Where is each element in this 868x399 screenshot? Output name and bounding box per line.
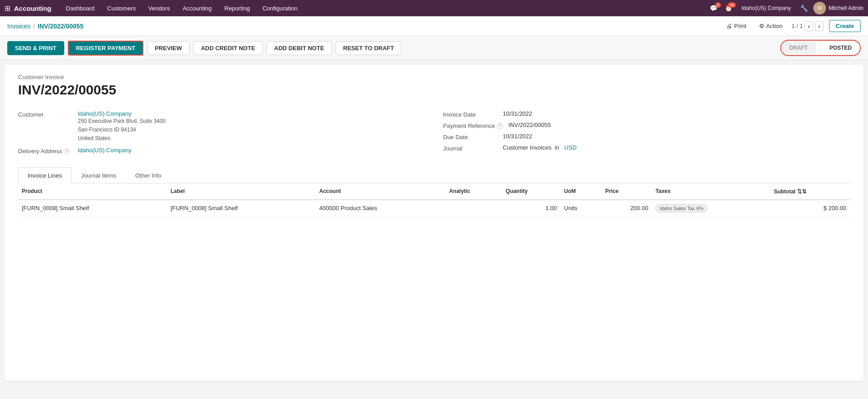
invoice-type-label: Customer Invoice: [18, 74, 850, 80]
delivery-value[interactable]: Idaho(US) Company: [78, 147, 132, 154]
delivery-label: Delivery Address ?: [18, 147, 72, 155]
cell-price: 200.00: [602, 200, 652, 216]
cell-product: [FURN_0008] Small Shelf: [18, 200, 167, 216]
breadcrumb-parent[interactable]: Invoices: [7, 23, 30, 30]
payment-ref-value: INV/2022/00055: [508, 122, 551, 128]
tab-journal-items[interactable]: Journal Items: [71, 167, 126, 183]
journal-value: Customer Invoices: [503, 144, 552, 151]
menu-dashboard[interactable]: Dashboard: [60, 0, 101, 16]
breadcrumb: Invoices / INV/2022/00055: [7, 23, 83, 30]
user-name: Mitchell Admin: [829, 5, 863, 11]
tab-other-info[interactable]: Other Info: [126, 167, 171, 183]
menu-vendors[interactable]: Vendors: [142, 0, 176, 16]
col-taxes: Taxes: [652, 183, 770, 200]
prev-page-button[interactable]: [805, 21, 813, 31]
topnav-right-area: 6 48 Idaho(US) Company M Mitchell Admin: [708, 2, 863, 14]
col-label: Label: [167, 183, 316, 200]
action-button[interactable]: Action: [755, 21, 786, 31]
top-navigation: Accounting Dashboard Customers Vendors A…: [0, 0, 868, 16]
tabs: Invoice Lines Journal Items Other Info: [18, 167, 850, 183]
cell-analytic: [446, 200, 502, 216]
delivery-help-icon[interactable]: ?: [64, 148, 70, 155]
breadcrumb-separator: /: [33, 23, 35, 30]
journal-field: Journal Customer Invoices in USD: [443, 142, 850, 154]
secondary-bar: Invoices / INV/2022/00055 Print Action 1…: [0, 16, 868, 36]
add-credit-note-button[interactable]: ADD CREDIT NOTE: [193, 41, 263, 55]
pagination: 1 / 1: [792, 21, 824, 31]
menu-accounting[interactable]: Accounting: [176, 0, 218, 16]
menu-reporting[interactable]: Reporting: [218, 0, 256, 16]
payment-ref-label: Payment Reference ?: [443, 122, 503, 129]
cell-label: [FURN_0008] Small Shelf: [167, 200, 316, 216]
cell-subtotal: $ 200.00: [770, 200, 850, 216]
reset-to-draft-button[interactable]: RESET TO DRAFT: [336, 41, 402, 55]
col-analytic: Analytic: [446, 183, 502, 200]
journal-in: in: [553, 144, 563, 151]
payment-ref-field: Payment Reference ? INV/2022/00055: [443, 120, 850, 131]
menu-configuration[interactable]: Configuration: [256, 0, 304, 16]
preview-button[interactable]: PREVIEW: [147, 41, 190, 55]
invoice-date-value: 10/31/2022: [503, 110, 532, 117]
payment-ref-help-icon[interactable]: ?: [497, 123, 503, 129]
customer-field: Customer Idaho(US) Company 250 Executive…: [18, 108, 425, 145]
create-button[interactable]: Create: [829, 20, 861, 32]
left-fields: Customer Idaho(US) Company 250 Executive…: [18, 108, 425, 156]
posted-status[interactable]: POSTED: [821, 42, 860, 54]
settings-icon[interactable]: [798, 4, 810, 12]
due-date-label: Due Date: [443, 133, 498, 141]
register-payment-button[interactable]: REGISTER PAYMENT: [68, 41, 143, 56]
status-indicator: DRAFT POSTED: [780, 40, 861, 56]
invoice-number: INV/2022/00055: [18, 82, 850, 98]
cell-taxes: Idaho Sales Tax 6%: [652, 200, 770, 216]
table-row: [FURN_0008] Small Shelf [FURN_0008] Smal…: [18, 200, 850, 216]
customer-label: Customer: [18, 110, 72, 118]
delivery-address-field: Delivery Address ? Idaho(US) Company: [18, 145, 425, 156]
col-quantity: Quantity: [502, 183, 560, 200]
add-debit-note-button[interactable]: ADD DEBIT NOTE: [266, 41, 332, 55]
clock-icon[interactable]: 48: [723, 4, 734, 12]
journal-currency[interactable]: USD: [564, 144, 576, 151]
app-name[interactable]: Accounting: [14, 5, 52, 12]
cell-account: 400000 Product Sales: [316, 200, 446, 216]
right-fields: Invoice Date 10/31/2022 Payment Referenc…: [443, 108, 850, 156]
activity-icon[interactable]: 6: [708, 4, 719, 12]
send-print-button[interactable]: SEND & PRINT: [7, 41, 64, 55]
cell-quantity: 1.00: [502, 200, 560, 216]
invoice-form: Customer Idaho(US) Company 250 Executive…: [18, 108, 850, 156]
customer-address: 250 Executive Park Blvd, Suite 3400San F…: [78, 117, 166, 143]
col-price: Price: [602, 183, 652, 200]
print-button[interactable]: Print: [723, 21, 750, 31]
grid-icon[interactable]: [5, 4, 10, 13]
invoice-date-label: Invoice Date: [443, 110, 498, 118]
draft-status[interactable]: DRAFT: [781, 42, 816, 54]
invoice-date-field: Invoice Date 10/31/2022: [443, 108, 850, 120]
invoice-lines-table: Product Label Account Analytic Quantity …: [18, 183, 850, 216]
journal-label: Journal: [443, 144, 498, 152]
col-account: Account: [316, 183, 446, 200]
secondary-right: Print Action 1 / 1 Create: [723, 20, 861, 32]
company-name: Idaho(US) Company: [741, 5, 791, 11]
col-subtotal: Subtotal ⇅: [770, 183, 850, 200]
avatar: M: [813, 2, 826, 14]
print-icon: [726, 23, 732, 29]
main-menu: Dashboard Customers Vendors Accounting R…: [60, 0, 708, 16]
main-content: Customer Invoice INV/2022/00055 Customer…: [5, 65, 863, 381]
subtotal-sort-icon: ⇅: [797, 188, 806, 195]
due-date-value: 10/31/2022: [503, 133, 532, 140]
action-gear-icon: [759, 23, 764, 29]
col-uom: UoM: [560, 183, 602, 200]
menu-customers[interactable]: Customers: [101, 0, 142, 16]
tab-invoice-lines[interactable]: Invoice Lines: [18, 167, 71, 183]
due-date-field: Due Date 10/31/2022: [443, 131, 850, 142]
customer-name[interactable]: Idaho(US) Company: [78, 110, 166, 117]
action-bar: SEND & PRINT REGISTER PAYMENT PREVIEW AD…: [0, 36, 868, 60]
cell-uom: Units: [560, 200, 602, 216]
col-product: Product: [18, 183, 167, 200]
breadcrumb-current: INV/2022/00055: [38, 23, 83, 30]
next-page-button[interactable]: [815, 21, 824, 31]
user-menu[interactable]: M Mitchell Admin: [813, 2, 863, 14]
